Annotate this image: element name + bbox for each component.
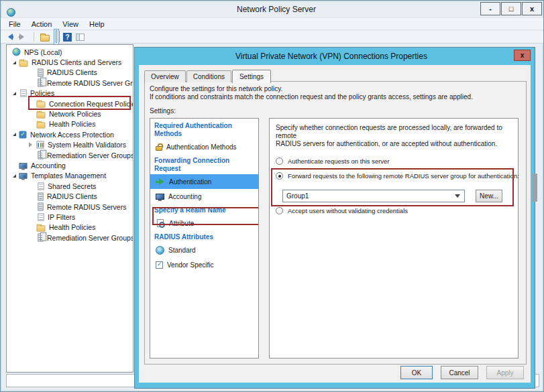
help-icon[interactable]: [63, 33, 72, 42]
tree-item-label: RADIUS Clients: [47, 68, 97, 76]
tree-item-ip-filters[interactable]: IP Filters: [7, 212, 133, 222]
console-tree-icon: [56, 30, 57, 43]
radio-icon: [276, 207, 283, 214]
expander-expanded-icon[interactable]: [10, 58, 19, 67]
expander-expanded-icon[interactable]: [10, 172, 19, 180]
tree-item-network-access-protection[interactable]: Network Access Protection: [7, 129, 133, 139]
toolbar-separator: [34, 32, 34, 42]
new-group-button[interactable]: New...: [476, 190, 502, 202]
tree-item-health-policies[interactable]: Health Policies: [7, 119, 133, 129]
radio-authenticate-local[interactable]: Authenticate requests on this server: [276, 157, 390, 165]
dialog-content: Overview Conditions Settings Configure t…: [139, 65, 531, 383]
close-icon: x: [530, 5, 534, 13]
window-controls: - □ x: [480, 2, 542, 15]
menu-action[interactable]: Action: [32, 20, 52, 28]
folder-open-icon: [37, 102, 46, 108]
tree-item-health-policies-template[interactable]: Health Policies: [7, 222, 133, 233]
monitor-icon: [156, 194, 164, 200]
scrollbar-thumb[interactable]: [533, 174, 537, 202]
apply-button[interactable]: Apply: [486, 366, 524, 379]
settings-item-label: Standard: [168, 247, 196, 254]
tab-settings[interactable]: Settings: [232, 70, 271, 83]
menu-view[interactable]: View: [62, 20, 78, 28]
dialog-buttons: OK Cancel Apply: [400, 366, 524, 379]
settings-item-label: Authentication: [169, 178, 211, 186]
monitor-icon: [19, 174, 28, 179]
tree-item-label: Remediation Server Groups: [47, 234, 133, 242]
radio-accept-without-validating[interactable]: Accept users without validating credenti…: [276, 207, 408, 214]
tree-item-nps-local[interactable]: NPS (Local): [7, 47, 133, 57]
tree-item-connection-request-policies[interactable]: Connection Request Policies: [7, 99, 133, 109]
tree-item-label: Remote RADIUS Server Groups: [47, 79, 133, 87]
settings-item-authentication-methods[interactable]: Authentication Methods: [150, 139, 258, 154]
radio-forward-requests[interactable]: Forward requests to the following remote…: [276, 172, 519, 180]
toolbar: [1, 31, 543, 44]
settings-item-vendor-specific[interactable]: Vendor Specific: [150, 257, 258, 272]
radius-group-select[interactable]: Group1: [282, 190, 465, 202]
tree-item-label: RADIUS Clients: [47, 192, 97, 200]
tree-item-label: Accounting: [31, 161, 66, 170]
expander-collapsed-icon[interactable]: [28, 141, 36, 149]
authentication-settings-pane: Specify whether connection requests are …: [269, 118, 519, 358]
console-tree: NPS (Local) RADIUS Clients and Servers R…: [7, 45, 133, 243]
ok-button[interactable]: OK: [400, 366, 433, 379]
tree-item-shared-secrets[interactable]: Shared Secrets: [7, 181, 133, 191]
tree-item-templates-management[interactable]: Templates Management: [7, 171, 133, 181]
shield-icon: [19, 131, 26, 138]
cancel-button[interactable]: Cancel: [441, 366, 478, 379]
attribute-icon: [157, 219, 164, 227]
menu-file[interactable]: File: [9, 20, 21, 28]
server-group-icon: [38, 151, 43, 159]
tab-overview[interactable]: Overview: [144, 70, 186, 82]
tree-item-radius-clients-template[interactable]: RADIUS Clients: [7, 191, 133, 201]
forward-icon[interactable]: [18, 34, 28, 41]
tree-item-label: Network Policies: [49, 110, 101, 118]
action-pane-icon[interactable]: [76, 34, 85, 41]
tree-item-system-health-validators[interactable]: System Health Validators: [7, 140, 133, 150]
tree-item-remote-radius-servers[interactable]: Remote RADIUS Servers: [7, 202, 133, 212]
maximize-button[interactable]: □: [501, 2, 521, 15]
app-globe-icon: [7, 8, 15, 17]
up-one-level-icon[interactable]: [40, 35, 50, 42]
show-console-tree-toggle[interactable]: [54, 29, 59, 45]
forward-arrow-icon: [156, 178, 165, 185]
window-title: Network Policy Server: [9, 5, 543, 14]
expander-expanded-icon[interactable]: [10, 130, 19, 139]
tree-item-radius-clients-and-servers[interactable]: RADIUS Clients and Servers: [7, 57, 133, 67]
tree-item-label: Templates Management: [31, 172, 106, 180]
tree-item-label: Remediation Server Groups: [47, 151, 133, 159]
radio-icon: [276, 157, 283, 165]
lock-icon: [156, 146, 162, 151]
tree-item-radius-clients[interactable]: RADIUS Clients: [7, 68, 133, 78]
dialog-close-button[interactable]: x: [514, 50, 531, 61]
vendor-check-icon: [156, 261, 163, 269]
back-icon[interactable]: [5, 34, 14, 41]
title-bar: Network Policy Server - □ x: [1, 1, 543, 17]
settings-item-authentication[interactable]: Authentication: [150, 174, 258, 189]
close-button[interactable]: x: [522, 2, 542, 15]
expander-expanded-icon[interactable]: [10, 89, 19, 98]
minimize-button[interactable]: -: [480, 2, 500, 15]
server-icon: [38, 203, 43, 211]
tree-item-accounting[interactable]: Accounting: [7, 160, 133, 170]
radio-label: Accept users without validating credenti…: [288, 207, 408, 214]
folder-icon: [37, 122, 46, 128]
tree-item-label: Remote RADIUS Servers: [47, 203, 126, 211]
tree-item-label: RADIUS Clients and Servers: [32, 58, 121, 66]
settings-item-standard[interactable]: Standard: [150, 243, 258, 257]
maximize-icon: □: [509, 5, 514, 13]
menu-help[interactable]: Help: [89, 20, 105, 28]
settings-item-accounting[interactable]: Accounting: [150, 189, 258, 204]
tree-item-label: Shared Secrets: [48, 182, 96, 190]
settings-item-attribute[interactable]: Attribute: [150, 216, 258, 231]
document-icon: [38, 182, 44, 190]
tab-conditions[interactable]: Conditions: [186, 70, 231, 82]
tree-item-network-policies[interactable]: Network Policies: [7, 109, 133, 119]
tree-item-remediation-server-groups-template[interactable]: Remediation Server Groups: [7, 233, 133, 243]
tree-item-remediation-server-groups[interactable]: Remediation Server Groups: [7, 150, 133, 160]
tab-strip: Overview Conditions Settings: [144, 69, 272, 82]
settings-header-specify-a-realm-name: Specify a Realm Name: [150, 204, 258, 216]
settings-header-forwarding-connection-request: Forwarding Connection Request: [150, 154, 258, 174]
tree-item-remote-radius-server-groups[interactable]: Remote RADIUS Server Groups: [7, 78, 133, 88]
tree-item-policies[interactable]: Policies: [7, 88, 133, 99]
